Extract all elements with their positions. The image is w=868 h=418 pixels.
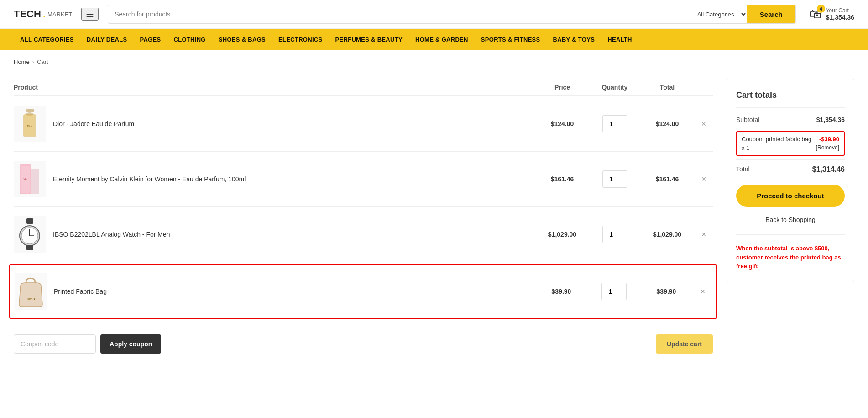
subtotal-row: Subtotal $1,354.36 [736, 112, 845, 127]
cart-total-header: $1,354.36 [826, 14, 854, 21]
nav-item-sports[interactable]: SPORTS & FITNESS [475, 29, 547, 50]
total-label: Total [736, 165, 750, 173]
product-image-bag: Cora★ [15, 273, 47, 310]
subtotal-label: Subtotal [736, 116, 759, 123]
product-info-dior: Dior Dior - Jadore Eau de Parfum [14, 106, 535, 142]
product-info-eternity: CK Eternity Moment by Calvin Klein for W… [14, 161, 535, 197]
qty-input-eternity[interactable] [602, 170, 627, 188]
total-eternity: $161.46 [640, 175, 695, 183]
logo-tech: TECH [14, 8, 41, 20]
qty-bag [589, 283, 639, 300]
checkout-button[interactable]: Proceed to checkout [736, 185, 845, 207]
nav-item-baby-toys[interactable]: BABY & TOYS [547, 29, 601, 50]
product-image-eternity: CK [14, 161, 46, 197]
svg-text:CK: CK [23, 177, 27, 180]
header-product: Product [14, 84, 535, 91]
header-total: Total [640, 84, 695, 91]
product-info-watch: IBSO B2202LBL Analog Watch - For Men [14, 216, 535, 253]
header-price: Price [535, 84, 590, 91]
subtotal-value: $1,354.36 [816, 116, 845, 123]
svg-rect-14 [26, 245, 33, 250]
product-name-bag: Printed Fabric Bag [54, 288, 107, 295]
total-row: Total $1,314.46 [736, 159, 845, 177]
price-dior: $124.00 [535, 120, 590, 127]
qty-watch [590, 226, 640, 243]
coupon-row: Apply coupon Update cart [14, 321, 713, 358]
remove-dior: × [695, 119, 713, 129]
cart-totals-title: Cart totals [736, 90, 845, 100]
svg-rect-0 [26, 109, 34, 112]
nav-item-clothing[interactable]: CLOTHING [167, 29, 212, 50]
cart-table-header: Product Price Quantity Total [14, 79, 713, 96]
cart-row-watch: IBSO B2202LBL Analog Watch - For Men $1,… [14, 207, 713, 262]
hamburger-button[interactable]: ☰ [81, 8, 99, 21]
cart-totals: Cart totals Subtotal $1,354.36 Coupon: p… [727, 79, 854, 282]
header: TECH. MARKET ☰ All Categories Search 🛍 4… [0, 0, 868, 29]
nav-item-perfumes[interactable]: PERFUMES & BEAUTY [329, 29, 409, 50]
remove-eternity: × [695, 175, 713, 184]
coupon-box: Coupon: printed fabric bag -$39.90 x 1 [… [736, 131, 845, 156]
product-name-watch: IBSO B2202LBL Analog Watch - For Men [53, 231, 170, 238]
qty-input-dior[interactable] [602, 115, 627, 132]
category-select[interactable]: All Categories [690, 5, 747, 23]
back-shopping-button[interactable]: Back to Shopping [736, 211, 845, 229]
header-quantity: Quantity [590, 84, 640, 91]
breadcrumb-current: Cart [37, 58, 48, 65]
qty-input-watch[interactable] [602, 226, 627, 243]
nav-item-health[interactable]: HEALTH [601, 29, 638, 50]
svg-rect-15 [22, 291, 39, 291]
cart-icon-wrap[interactable]: 🛍 4 [810, 7, 821, 21]
coupon-remove-link[interactable]: [Remove] [816, 144, 839, 151]
nav-item-electronics[interactable]: ELECTRONICS [272, 29, 329, 50]
annotation-text: When the subtotal is above $500, custome… [736, 244, 845, 271]
logo-market: MARKET [47, 11, 72, 18]
update-cart-button[interactable]: Update cart [656, 334, 713, 354]
price-eternity: $161.46 [535, 175, 590, 183]
remove-button-watch[interactable]: × [701, 230, 706, 239]
breadcrumb-separator: › [32, 58, 34, 65]
price-bag: $39.90 [534, 288, 589, 295]
nav-item-all-categories[interactable]: ALL CATEGORIES [14, 29, 80, 50]
nav-item-pages[interactable]: PAGES [133, 29, 167, 50]
total-dior: $124.00 [640, 120, 695, 127]
product-image-watch [14, 216, 46, 253]
remove-button-eternity[interactable]: × [701, 175, 706, 184]
cart-row-bag: Cora★ Printed Fabric Bag $39.90 $39.90 × [9, 264, 717, 319]
logo-dot: . [43, 8, 46, 20]
svg-text:Dior: Dior [27, 125, 32, 127]
remove-button-dior[interactable]: × [701, 119, 706, 129]
logo: TECH. MARKET [14, 8, 72, 20]
remove-bag: × [694, 287, 712, 296]
coupon-discount: -$39.90 [819, 136, 839, 143]
cart-info: Your Cart $1,354.36 [826, 7, 854, 21]
cart-label: Your Cart [826, 7, 854, 14]
cart-area: 🛍 4 Your Cart $1,354.36 [810, 7, 854, 21]
qty-input-bag[interactable] [601, 283, 627, 300]
nav-item-home-garden[interactable]: HOME & GARDEN [409, 29, 475, 50]
breadcrumb-home[interactable]: Home [14, 58, 30, 65]
svg-rect-7 [31, 169, 39, 194]
breadcrumb: Home › Cart [0, 50, 868, 70]
coupon-label: Coupon: printed fabric bag [742, 136, 811, 143]
product-name-eternity: Eternity Moment by Calvin Klein for Wome… [53, 175, 246, 183]
nav-item-shoes-bags[interactable]: SHOES & BAGS [212, 29, 272, 50]
coupon-input[interactable] [14, 334, 96, 354]
remove-button-bag[interactable]: × [701, 287, 706, 296]
nav-item-daily-deals[interactable]: DAILY DEALS [80, 29, 134, 50]
qty-dior [590, 115, 640, 132]
total-watch: $1,029.00 [640, 231, 695, 238]
coupon-box-top: Coupon: printed fabric bag -$39.90 [742, 136, 839, 143]
cart-badge: 4 [817, 5, 825, 13]
total-value: $1,314.46 [812, 165, 845, 174]
svg-rect-9 [26, 218, 33, 224]
search-button[interactable]: Search [747, 5, 795, 24]
cart-section: Product Price Quantity Total Dior Dior - [14, 79, 713, 358]
qty-eternity [590, 170, 640, 188]
product-image-dior: Dior [14, 106, 46, 142]
cart-row-dior: Dior Dior - Jadore Eau de Parfum $124.00… [14, 96, 713, 152]
svg-text:Cora★: Cora★ [26, 297, 35, 301]
main-content: Product Price Quantity Total Dior Dior - [0, 70, 868, 376]
apply-coupon-button[interactable]: Apply coupon [100, 334, 161, 354]
search-input[interactable] [108, 11, 689, 18]
product-info-bag: Cora★ Printed Fabric Bag [15, 273, 534, 310]
